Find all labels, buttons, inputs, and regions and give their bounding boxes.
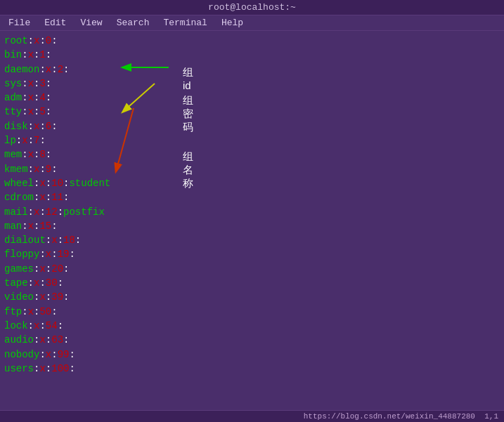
group-id: 39 <box>51 291 63 303</box>
x-field: x <box>39 291 45 303</box>
menu-edit[interactable]: Edit <box>41 17 69 29</box>
x-field: x <box>28 149 34 160</box>
group-name: adm <box>4 92 22 103</box>
colon-2: : <box>46 192 51 203</box>
colon-2: : <box>51 249 57 260</box>
colon-1: : <box>22 306 27 317</box>
colon-3: : <box>63 334 69 345</box>
table-row: lock:x:54: <box>4 319 500 333</box>
group-name: floppy <box>4 249 39 260</box>
group-id: 3 <box>39 78 45 89</box>
colon-3: : <box>51 35 57 46</box>
colon-3: : <box>51 164 57 175</box>
x-field: x <box>39 363 45 374</box>
table-row: tape:x:30: <box>4 276 500 290</box>
colon-1: : <box>22 149 27 160</box>
colon-1: : <box>46 235 51 246</box>
colon-2: : <box>39 320 45 331</box>
group-id: 20 <box>51 263 63 275</box>
colon-1: : <box>39 249 45 260</box>
colon-2: : <box>39 35 45 46</box>
group-id: 2 <box>58 64 63 75</box>
table-row: wheel:x:10:student <box>4 176 500 190</box>
menu-bar: File Edit View Search Terminal Help <box>0 15 504 31</box>
gpwd-label: 组密码 <box>183 94 193 134</box>
colon-2: : <box>46 334 51 345</box>
group-name: kmem <box>4 164 28 175</box>
colon-2: : <box>39 164 45 175</box>
group-name: lock <box>4 320 28 331</box>
status-bar: https://blog.csdn.net/weixin_44887280 1,… <box>0 410 504 422</box>
colon-2: : <box>51 64 57 75</box>
group-name: mail <box>4 206 28 218</box>
x-field: x <box>39 334 45 345</box>
x-field: x <box>28 78 34 89</box>
table-row: cdrom:x:11: <box>4 190 500 204</box>
colon-1: : <box>28 277 34 289</box>
group-id: 1 <box>39 49 45 60</box>
title-text: root@localhost:~ <box>208 2 296 13</box>
colon-3: : <box>39 135 45 146</box>
title-bar: root@localhost:~ <box>0 0 504 15</box>
group-name: ftp <box>4 306 22 317</box>
group-id: 11 <box>51 192 63 203</box>
colon-1: : <box>22 78 27 89</box>
colon-2: : <box>39 206 45 218</box>
group-name: mem <box>4 149 22 160</box>
menu-file[interactable]: File <box>6 17 33 29</box>
gname-label: 组名称 <box>183 150 193 190</box>
colon-2: : <box>39 121 45 132</box>
menu-search[interactable]: Search <box>114 17 153 29</box>
colon-1: : <box>28 320 34 331</box>
group-id: 19 <box>58 249 70 260</box>
colon-1: : <box>22 220 27 232</box>
menu-help[interactable]: Help <box>219 17 246 29</box>
status-position: 1,1 <box>484 412 498 421</box>
group-name: sys <box>4 78 22 89</box>
x-field: x <box>39 192 45 203</box>
table-row: dialout:x:18: <box>4 233 500 247</box>
table-row: bin:x:1: <box>4 48 500 62</box>
table-row: video:x:39: <box>4 290 500 304</box>
table-row: disk:x:6: <box>4 119 500 133</box>
x-field: x <box>46 249 51 260</box>
x-field: x <box>28 220 34 232</box>
colon-1: : <box>22 92 27 103</box>
colon-3: : <box>75 235 81 246</box>
x-field: x <box>28 306 34 317</box>
colon-3: : <box>63 192 69 203</box>
colon-3: : <box>58 277 63 289</box>
group-id: 10 <box>51 178 63 189</box>
colon-1: : <box>22 49 27 60</box>
group-id: 18 <box>63 235 75 246</box>
colon-2: : <box>46 178 51 189</box>
table-row: sys:x:3: <box>4 77 500 91</box>
lines-container: root:x:0:bin:x:1:daemon:x:2:sys:x:3:adm:… <box>4 34 500 376</box>
colon-1: : <box>22 106 27 117</box>
group-id: 0 <box>46 35 51 46</box>
colon-2: : <box>58 235 63 246</box>
table-row: lp:x:7: <box>4 133 500 147</box>
x-field: x <box>46 64 51 75</box>
menu-view[interactable]: View <box>77 17 105 29</box>
menu-terminal[interactable]: Terminal <box>160 17 209 29</box>
colon-3: : <box>51 121 57 132</box>
colon-3: : <box>58 320 63 331</box>
x-field: x <box>28 92 34 103</box>
group-id: 100 <box>51 363 69 374</box>
colon-1: : <box>28 35 34 46</box>
group-members: student <box>69 178 110 189</box>
x-field: x <box>39 263 45 275</box>
colon-3: : <box>63 263 69 275</box>
group-id: 12 <box>46 206 58 218</box>
x-field: x <box>28 49 34 60</box>
colon-1: : <box>39 349 45 360</box>
table-row: daemon:x:2: <box>4 62 500 77</box>
table-row: kmem:x:9: <box>4 162 500 176</box>
colon-2: : <box>39 277 45 289</box>
group-id: 50 <box>39 306 51 317</box>
colon-3: : <box>46 92 51 103</box>
table-row: ftp:x:50: <box>4 305 500 319</box>
colon-3: : <box>63 64 69 75</box>
colon-3: : <box>51 306 57 317</box>
